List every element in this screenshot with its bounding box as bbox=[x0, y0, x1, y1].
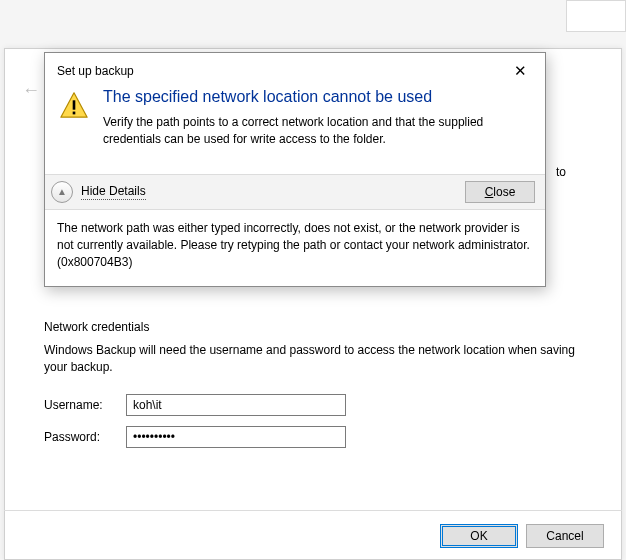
password-row: Password: bbox=[44, 426, 594, 448]
chevron-up-icon: ▲ bbox=[51, 181, 73, 203]
credentials-heading: Network credentials bbox=[44, 320, 594, 334]
dialog-details-text: The network path was either typed incorr… bbox=[45, 210, 545, 286]
close-button[interactable]: Close bbox=[465, 181, 535, 203]
background-window-fragment bbox=[566, 0, 626, 32]
wizard-button-row: OK Cancel bbox=[440, 524, 604, 548]
username-label: Username: bbox=[44, 398, 126, 412]
svg-rect-2 bbox=[73, 112, 76, 115]
dialog-instruction-text: Verify the path points to a correct netw… bbox=[103, 114, 503, 148]
dialog-heading: The specified network location cannot be… bbox=[103, 88, 503, 106]
network-credentials-section: Network credentials Windows Backup will … bbox=[44, 320, 594, 458]
error-dialog: Set up backup ✕ The specified network lo… bbox=[44, 52, 546, 287]
cancel-button[interactable]: Cancel bbox=[526, 524, 604, 548]
username-input[interactable] bbox=[126, 394, 346, 416]
truncated-text: to bbox=[556, 165, 566, 179]
svg-rect-1 bbox=[73, 100, 76, 109]
password-label: Password: bbox=[44, 430, 126, 444]
warning-icon bbox=[59, 90, 89, 120]
dialog-titlebar: Set up backup ✕ bbox=[45, 53, 545, 86]
password-input[interactable] bbox=[126, 426, 346, 448]
close-icon[interactable]: ✕ bbox=[506, 61, 535, 80]
hide-details-label: Hide Details bbox=[81, 184, 146, 200]
dialog-title: Set up backup bbox=[57, 64, 134, 78]
username-row: Username: bbox=[44, 394, 594, 416]
ok-button[interactable]: OK bbox=[440, 524, 518, 548]
footer-separator bbox=[4, 510, 622, 511]
credentials-description: Windows Backup will need the username an… bbox=[44, 342, 594, 376]
hide-details-toggle[interactable]: ▲ Hide Details bbox=[51, 181, 146, 203]
dialog-command-row: ▲ Hide Details Close bbox=[45, 174, 545, 210]
back-arrow-icon[interactable]: ← bbox=[22, 80, 40, 101]
